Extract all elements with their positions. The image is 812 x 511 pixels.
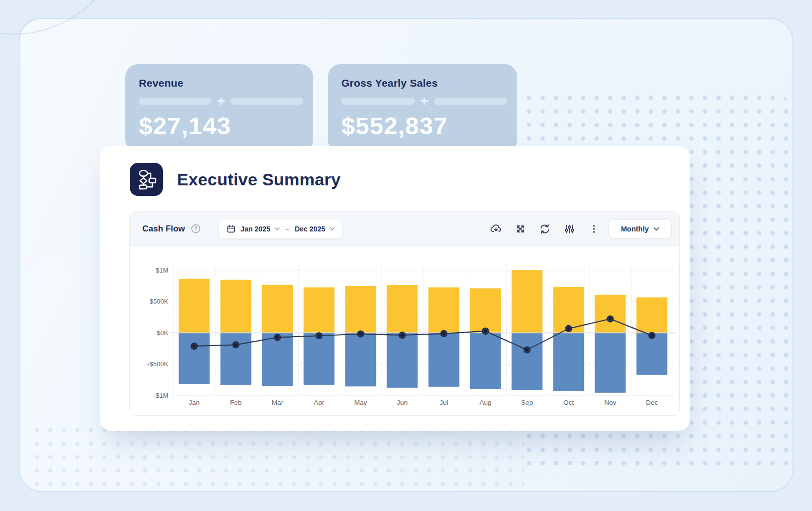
svg-text:$0K: $0K — [157, 329, 168, 337]
bar-outflow-Jan[interactable] — [179, 333, 210, 384]
chevron-down-icon — [275, 227, 280, 230]
bar-outflow-Oct[interactable] — [553, 333, 584, 391]
svg-text:$500K: $500K — [149, 298, 168, 305]
calendar-icon — [226, 224, 236, 234]
bar-inflow-Jul[interactable] — [429, 287, 460, 333]
executive-summary-card: Executive Summary Cash Flow ? Jan 202 — [100, 146, 690, 431]
bar-inflow-Sep[interactable] — [512, 270, 543, 333]
cashflow-plot: $1M$500K$0K-$500K-$1MJanFebMarAprMayJunJ… — [130, 246, 679, 416]
bar-outflow-May[interactable] — [345, 333, 376, 387]
bar-outflow-Nov[interactable] — [595, 333, 626, 393]
filter-sliders-icon — [564, 223, 575, 234]
chevron-down-icon — [330, 227, 335, 230]
svg-text:Jul: Jul — [440, 399, 448, 406]
cashflow-widget: Cash Flow ? Jan 2025 – Dec 2025 — [129, 211, 680, 416]
bar-inflow-Dec[interactable] — [637, 297, 668, 333]
plus-icon: + — [415, 98, 434, 105]
gross-sales-skeleton-row: + — [341, 98, 507, 105]
skeleton-pill — [139, 98, 212, 105]
svg-text:Sep: Sep — [521, 399, 533, 406]
bar-outflow-Sep[interactable] — [512, 333, 543, 390]
gross-sales-stat-card: Gross Yearly Sales + $552,837 — [328, 64, 517, 152]
refresh-icon — [539, 223, 551, 235]
bar-inflow-Nov[interactable] — [595, 295, 626, 333]
frequency-value: Monthly — [621, 225, 649, 233]
cashflow-chart[interactable]: $1M$500K$0K-$500K-$1MJanFebMarAprMayJunJ… — [130, 246, 679, 416]
svg-text:-$1M: -$1M — [153, 392, 168, 399]
svg-text:Nov: Nov — [604, 399, 616, 406]
expand-button[interactable] — [514, 222, 527, 235]
chevron-down-icon — [654, 227, 659, 231]
revenue-card-title: Revenue — [139, 77, 303, 89]
date-start-dropdown[interactable]: Jan 2025 — [241, 225, 270, 233]
bar-outflow-Feb[interactable] — [221, 333, 252, 385]
executive-summary-header: Executive Summary — [130, 163, 341, 196]
date-end-dropdown[interactable]: Dec 2025 — [295, 225, 325, 233]
bar-outflow-Aug[interactable] — [470, 333, 501, 389]
chart-title: Cash Flow — [142, 224, 185, 234]
revenue-skeleton-row: + — [139, 98, 303, 105]
svg-text:?: ? — [194, 225, 197, 231]
date-range-separator: – — [285, 225, 289, 233]
skeleton-pill — [231, 98, 303, 105]
skeleton-pill — [341, 98, 415, 105]
svg-text:Feb: Feb — [230, 399, 242, 406]
bar-inflow-Jun[interactable] — [387, 285, 418, 333]
frequency-selector[interactable]: Monthly — [608, 219, 672, 238]
revenue-value: $27,143 — [139, 112, 303, 140]
svg-text:Apr: Apr — [314, 399, 325, 406]
skeleton-pill — [434, 98, 508, 105]
refresh-button[interactable] — [538, 222, 551, 235]
bar-outflow-Jul[interactable] — [429, 333, 460, 387]
gross-sales-card-title: Gross Yearly Sales — [341, 77, 507, 89]
bar-inflow-Feb[interactable] — [221, 280, 252, 333]
bar-outflow-Apr[interactable] — [304, 333, 335, 385]
revenue-stat-card: Revenue + $27,143 — [125, 64, 313, 152]
more-options-button[interactable] — [587, 222, 600, 235]
svg-text:-$500K: -$500K — [147, 360, 168, 368]
page-title: Executive Summary — [177, 170, 341, 189]
svg-text:Dec: Dec — [646, 399, 658, 406]
bar-outflow-Jun[interactable] — [387, 333, 418, 388]
gross-sales-value: $552,837 — [341, 112, 507, 140]
bar-inflow-Aug[interactable] — [470, 288, 501, 333]
svg-text:Jun: Jun — [397, 399, 408, 406]
download-button[interactable] — [489, 222, 502, 235]
plus-icon: + — [212, 98, 231, 105]
bar-inflow-May[interactable] — [345, 286, 376, 333]
filters-button[interactable] — [563, 222, 576, 235]
help-icon[interactable]: ? — [191, 224, 200, 233]
bar-inflow-Jan[interactable] — [179, 279, 210, 333]
svg-text:May: May — [354, 399, 367, 406]
cloud-download-icon — [490, 222, 502, 235]
svg-text:Mar: Mar — [272, 399, 284, 406]
svg-text:Jan: Jan — [189, 399, 200, 406]
expand-icon — [515, 223, 526, 234]
svg-text:Oct: Oct — [563, 399, 574, 406]
date-range-picker[interactable]: Jan 2025 – Dec 2025 — [219, 219, 342, 239]
flowchart-icon — [130, 163, 163, 196]
svg-text:Aug: Aug — [479, 399, 491, 406]
bar-inflow-Mar[interactable] — [262, 285, 293, 333]
dashboard-page: Revenue + $27,143 Gross Yearly Sales + $… — [0, 0, 812, 511]
kebab-menu-icon — [589, 224, 599, 234]
cashflow-toolbar: Cash Flow ? Jan 2025 – Dec 2025 — [130, 212, 679, 246]
bar-inflow-Apr[interactable] — [304, 287, 335, 333]
svg-text:$1M: $1M — [156, 267, 168, 274]
